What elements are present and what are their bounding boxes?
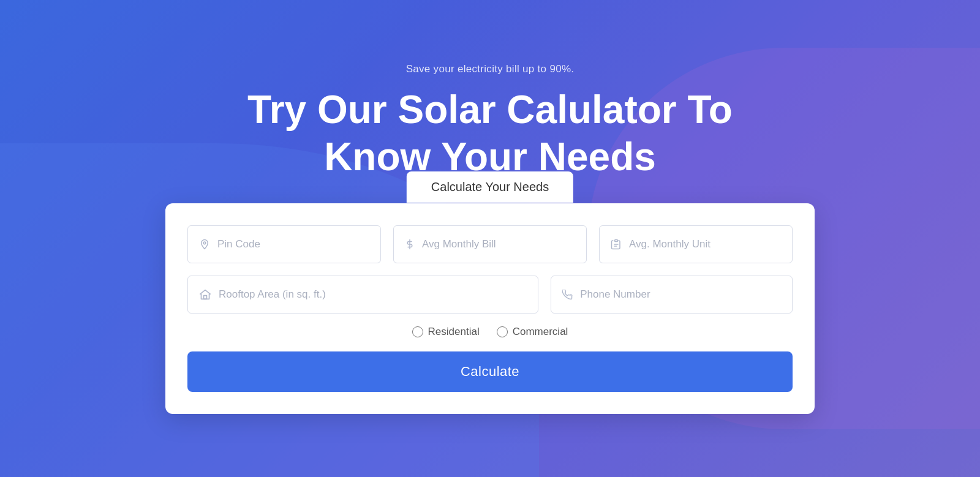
avg-monthly-bill-field	[393, 225, 587, 263]
hero-section: Save your electricity bill up to 90%. Tr…	[0, 0, 980, 477]
residential-label: Residential	[428, 326, 480, 338]
commercial-radio-label[interactable]: Commercial	[497, 326, 568, 338]
radio-row: Residential Commercial	[187, 326, 793, 338]
hero-title: Try Our Solar Calulator To Know Your Nee…	[214, 86, 766, 181]
form-row-2	[187, 276, 793, 314]
rooftop-area-input[interactable]	[219, 288, 527, 301]
pin-code-field	[187, 225, 381, 263]
avg-monthly-unit-field	[599, 225, 793, 263]
commercial-radio[interactable]	[497, 326, 508, 337]
form-row-1	[187, 225, 793, 263]
calculator-container: Calculate Your Needs	[165, 203, 815, 414]
rooftop-icon	[199, 289, 211, 300]
avg-monthly-bill-input[interactable]	[422, 238, 575, 250]
tab-bar: Calculate Your Needs	[407, 171, 573, 203]
phone-number-input[interactable]	[580, 288, 781, 301]
phone-icon	[562, 290, 573, 300]
svg-point-0	[203, 242, 206, 244]
residential-radio[interactable]	[412, 326, 423, 337]
commercial-label: Commercial	[513, 326, 568, 338]
residential-radio-label[interactable]: Residential	[412, 326, 480, 338]
avg-monthly-unit-input[interactable]	[629, 238, 781, 250]
calculate-button[interactable]: Calculate	[187, 351, 793, 392]
pin-code-input[interactable]	[217, 238, 369, 250]
phone-number-field	[551, 276, 793, 314]
rooftop-area-field	[187, 276, 538, 314]
dollar-icon	[405, 239, 415, 250]
pin-code-icon	[199, 239, 210, 250]
tab-calculate-needs[interactable]: Calculate Your Needs	[407, 171, 573, 203]
hero-subtitle: Save your electricity bill up to 90%.	[406, 63, 575, 75]
clipboard-icon	[611, 239, 622, 250]
hero-content: Save your electricity bill up to 90%. Tr…	[123, 63, 858, 415]
svg-marker-5	[200, 290, 210, 299]
svg-rect-2	[615, 240, 618, 242]
svg-rect-6	[204, 296, 207, 299]
